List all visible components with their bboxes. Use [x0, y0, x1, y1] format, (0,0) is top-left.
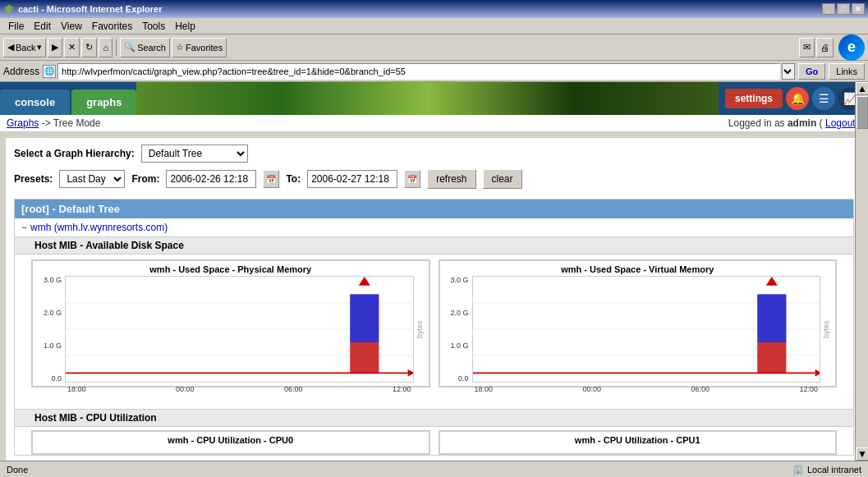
charts-row-1: wmh - Used Space - Physical Memory 3.0 G…: [15, 255, 853, 392]
menu-edit[interactable]: Edit: [29, 19, 56, 34]
logout-link[interactable]: Logout: [825, 117, 856, 129]
menu-file[interactable]: File: [3, 19, 29, 34]
maximize-button[interactable]: □: [837, 3, 850, 15]
scroll-down-button[interactable]: ▼: [856, 447, 868, 461]
bell-icon: 🔔: [791, 92, 805, 105]
menu-favorites[interactable]: Favorites: [87, 19, 137, 34]
login-prefix: Logged in as: [728, 117, 785, 129]
svg-rect-12: [757, 294, 786, 342]
mail-button[interactable]: ✉: [799, 38, 815, 57]
chart-physical: wmh - Used Space - Physical Memory 3.0 G…: [31, 259, 430, 388]
tree-node-link[interactable]: wmh (wmh.lv.wynnresorts.com): [30, 222, 168, 233]
nav-banner: [136, 82, 719, 115]
refresh-button[interactable]: ↻: [81, 38, 97, 57]
window-icon: 🌵: [3, 4, 15, 15]
title-bar-controls[interactable]: _ □ ✕: [822, 3, 865, 15]
chart-physical-title: wmh - Used Space - Physical Memory: [36, 264, 425, 274]
list-icon: ☰: [819, 92, 829, 105]
close-button[interactable]: ✕: [852, 3, 865, 15]
alert-button[interactable]: 🔔: [786, 87, 809, 110]
list-button[interactable]: ☰: [812, 87, 835, 110]
y-axis-labels-2: 3.0 G 2.0 G 1.0 G 0.0: [443, 276, 472, 383]
stop-icon: ✕: [68, 42, 76, 53]
forward-icon: ▶: [52, 42, 58, 53]
graphs-link[interactable]: Graphs: [7, 117, 39, 129]
back-icon: ◀: [7, 42, 14, 53]
address-bar: Address 🌐 Go Links: [0, 61, 868, 82]
chart-physical-area: 3.0 G 2.0 G 1.0 G 0.0: [36, 276, 425, 383]
forward-button[interactable]: ▶: [48, 38, 62, 57]
print-icon: 🖨: [820, 43, 829, 53]
address-input[interactable]: [57, 63, 780, 80]
tree-node-row: − wmh (wmh.lv.wynnresorts.com): [15, 218, 853, 236]
refresh-button[interactable]: refresh: [427, 169, 475, 189]
chart-virtual-body: 18:00 00:00 06:00 12:00: [472, 276, 821, 383]
presets-dropdown[interactable]: Last Day: [59, 170, 125, 188]
nav-tabs: console graphs: [0, 82, 136, 115]
go-button[interactable]: Go: [798, 63, 825, 80]
calendar-icon: 📅: [266, 175, 276, 184]
chart-cpu0-title: wmh - CPU Utilization - CPU0: [36, 435, 425, 445]
main-content: Select a Graph Hierarchy: Default Tree P…: [5, 137, 863, 463]
console-tab[interactable]: console: [0, 89, 70, 115]
hierarchy-dropdown[interactable]: Default Tree: [141, 144, 248, 163]
print-button[interactable]: 🖨: [816, 38, 834, 57]
menu-tools[interactable]: Tools: [137, 19, 170, 34]
username: admin: [788, 117, 816, 129]
breadcrumb-current: Tree Mode: [53, 117, 101, 129]
menu-help[interactable]: Help: [170, 19, 200, 34]
chart-cpu0-partial: wmh - CPU Utilization - CPU0: [31, 430, 430, 455]
tree-expand-icon[interactable]: −: [21, 222, 27, 233]
title-bar: 🌵 cacti - Microsoft Internet Explorer _ …: [0, 0, 868, 18]
links-button[interactable]: Links: [829, 63, 865, 80]
section-header-cpu: Host MIB - CPU Utilization: [15, 409, 853, 427]
address-label: Address: [3, 66, 39, 77]
zone-icon: 🏢: [792, 464, 804, 475]
ie-logo: e: [838, 34, 865, 61]
tree-header: [root] - Default Tree: [15, 200, 853, 218]
y-label-2: bytes: [820, 276, 832, 383]
svg-marker-15: [815, 369, 820, 377]
title-bar-left: 🌵 cacti - Microsoft Internet Explorer: [3, 4, 162, 15]
vertical-scrollbar[interactable]: ▲ ▼: [855, 82, 868, 461]
chart-physical-body: 18:00 00:00 06:00 12:00: [65, 276, 414, 383]
stop-button[interactable]: ✕: [64, 38, 80, 57]
chart-virtual-title: wmh - Used Space - Virtual Memory: [443, 264, 833, 274]
scroll-thumb[interactable]: [857, 96, 868, 129]
calendar-icon-2: 📅: [407, 175, 417, 184]
breadcrumb: Graphs -> Tree Mode: [7, 117, 100, 129]
to-calendar-button[interactable]: 📅: [404, 170, 420, 188]
home-button[interactable]: ⌂: [99, 38, 113, 57]
to-date-input[interactable]: [307, 170, 397, 188]
x-axis-labels-1: 18:00 00:00 06:00 12:00: [66, 385, 413, 393]
refresh-icon: ↻: [85, 42, 93, 53]
presets-label: Presets:: [14, 173, 53, 185]
clear-button[interactable]: clear: [483, 169, 522, 189]
star-icon: ☆: [176, 42, 184, 53]
search-icon: 🔍: [124, 42, 135, 53]
address-dropdown[interactable]: [782, 63, 795, 80]
svg-rect-5: [350, 342, 379, 373]
status-text: Done: [7, 465, 28, 475]
from-calendar-button[interactable]: 📅: [263, 170, 279, 188]
favorites-button[interactable]: ☆ Favorites: [172, 38, 227, 57]
dropdown-arrow-icon: ▾: [37, 42, 42, 53]
minimize-button[interactable]: _: [822, 3, 835, 15]
toolbar-separator: [116, 39, 117, 56]
status-zone: 🏢 Local intranet: [792, 464, 861, 475]
settings-button[interactable]: settings: [725, 89, 783, 108]
menu-view[interactable]: View: [56, 19, 87, 34]
back-button[interactable]: ◀ Back ▾: [3, 38, 46, 57]
graphs-tab[interactable]: graphs: [71, 89, 136, 115]
mail-icon: ✉: [803, 42, 811, 53]
scroll-track: [856, 95, 868, 447]
svg-marker-7: [408, 369, 413, 377]
svg-rect-4: [350, 294, 379, 342]
scroll-up-button[interactable]: ▲: [856, 82, 868, 95]
zone-label: Local intranet: [807, 465, 861, 475]
from-date-input[interactable]: [166, 170, 256, 188]
hierarchy-row: Select a Graph Hierarchy: Default Tree: [14, 144, 854, 163]
search-button[interactable]: 🔍 Search: [120, 38, 170, 57]
to-label: To:: [286, 173, 301, 185]
app-nav: console graphs settings 🔔 ☰ 📈: [0, 82, 868, 115]
